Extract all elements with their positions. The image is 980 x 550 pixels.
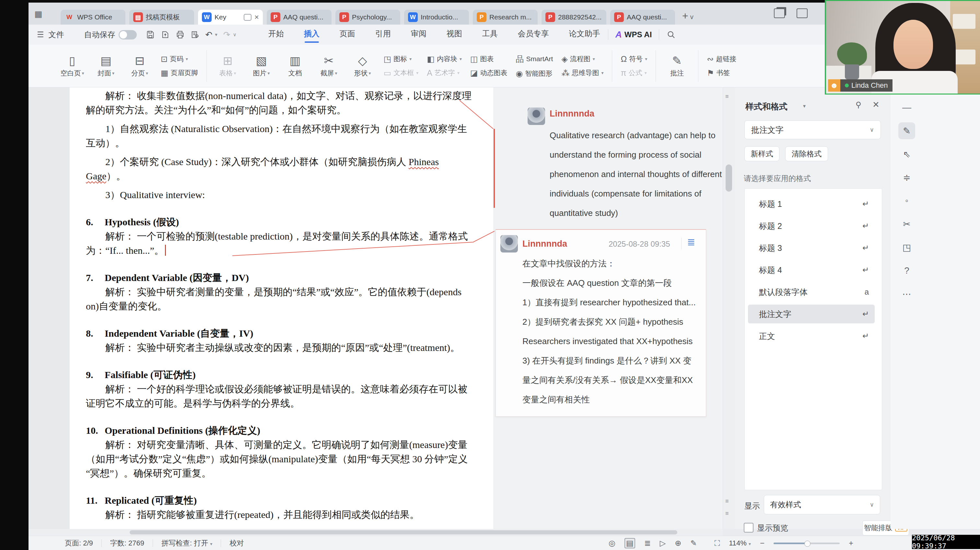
edit-mode-icon[interactable]: ✎ bbox=[690, 539, 697, 548]
ribbon-page-break-button[interactable]: ⊟分页▾ bbox=[127, 54, 152, 78]
menu-tab-视图[interactable]: 视图 bbox=[446, 27, 463, 42]
menu-tab-页面[interactable]: 页面 bbox=[339, 27, 356, 42]
menu-tab-引用[interactable]: 引用 bbox=[375, 27, 391, 42]
ribbon-comment-button[interactable]: ✎批注 bbox=[664, 54, 690, 78]
show-styles-dropdown[interactable]: 有效样式∨ bbox=[764, 495, 880, 514]
menu-tab-论文助手[interactable]: 论文助手 bbox=[568, 27, 601, 42]
chat-bubble-icon[interactable] bbox=[244, 14, 251, 21]
ribbon-new-document-button[interactable]: ▥文档 bbox=[283, 54, 308, 78]
fit-page-icon[interactable]: ⛶ bbox=[714, 539, 720, 548]
edit-pen-icon[interactable]: ✎ bbox=[898, 122, 915, 139]
hamburger-menu-icon[interactable]: ☰ bbox=[37, 30, 44, 39]
ribbon-blank-page-button[interactable]: ▯空白页▾ bbox=[60, 54, 85, 78]
style-item-默认段落字体[interactable]: 默认段落字体a bbox=[748, 283, 875, 301]
style-item-标题 1[interactable]: 标题 1↵ bbox=[748, 195, 875, 213]
ribbon-chart-button[interactable]: ◫图表 bbox=[470, 54, 508, 64]
share-nodes-icon[interactable]: ◦ bbox=[898, 192, 915, 209]
comments-scrollbar[interactable]: ≡ ≡ ≡ bbox=[723, 87, 736, 529]
browser-tab-8[interactable]: P2888292542... bbox=[541, 10, 606, 25]
ribbon-shapes-button[interactable]: ◇形状▾ bbox=[350, 54, 375, 78]
search-icon[interactable] bbox=[666, 30, 676, 40]
style-item-批注文字[interactable]: 批注文字↵ bbox=[748, 304, 875, 323]
webcam-video-overlay[interactable]: ☻ Linda Chen bbox=[825, 0, 980, 95]
comment-card[interactable]: Linnnnnda2025-08-28 09:35≣在文章中找假设的方法：一般假… bbox=[495, 229, 706, 417]
ribbon-page-number-button[interactable]: ⊡页码▾ bbox=[161, 54, 198, 64]
ribbon-symbol-omega-button[interactable]: Ω符号▾ bbox=[620, 54, 647, 64]
style-item-正文[interactable]: 正文↵ bbox=[748, 327, 875, 346]
ribbon-flowchart-button[interactable]: ◈流程图▾ bbox=[561, 54, 603, 64]
read-mode-icon[interactable]: ▷ bbox=[660, 539, 666, 548]
browser-tab-9[interactable]: PAAQ questi... bbox=[610, 10, 675, 25]
autosave-toggle[interactable] bbox=[119, 30, 137, 40]
show-preview-checkbox[interactable] bbox=[744, 523, 754, 533]
app-launcher-icon[interactable]: ▦ bbox=[34, 9, 43, 19]
web-view-icon[interactable]: ⊕ bbox=[675, 539, 681, 548]
document-page[interactable]: 解析： 收集非数值数据(non-numerical data)，如文字、对话、观… bbox=[70, 87, 494, 529]
zoom-in-icon[interactable]: + bbox=[849, 539, 853, 548]
browser-tab-2[interactable]: ▤找稿页模板 bbox=[129, 10, 194, 25]
pin-icon[interactable]: ⚲ bbox=[856, 100, 861, 109]
ribbon-mind-map-button[interactable]: ⁂思维导图▾ bbox=[561, 68, 603, 78]
strip-bottom-icon-2[interactable]: ≡ bbox=[725, 510, 729, 517]
collapse-pane-icon[interactable]: ≡ bbox=[725, 93, 729, 100]
switch-window-icon[interactable] bbox=[774, 8, 785, 18]
horizontal-scrollbar[interactable] bbox=[29, 529, 723, 536]
ribbon-icon-library-button[interactable]: ◳图标▾ bbox=[384, 54, 419, 64]
print-icon[interactable] bbox=[176, 30, 185, 39]
browser-tab-6[interactable]: WIntroductio... bbox=[404, 10, 469, 25]
strip-bottom-icon-1[interactable]: ≡ bbox=[725, 498, 729, 505]
menu-tab-开始[interactable]: 开始 bbox=[268, 27, 285, 42]
ribbon-cover-page-button[interactable]: ▤封面▾ bbox=[93, 54, 119, 78]
ribbon-header-footer-button[interactable]: ▦页眉页脚 bbox=[161, 68, 198, 78]
menu-tab-会员专享[interactable]: 会员专享 bbox=[517, 27, 550, 42]
browser-tab-3[interactable]: WKey× bbox=[198, 10, 263, 25]
new-style-button[interactable]: 新样式 bbox=[745, 146, 780, 161]
comment-text[interactable]: 在文章中找假设的方法：一般假设在 AAQ question 文章的第一段1）直接… bbox=[522, 254, 697, 409]
print-preview-icon[interactable] bbox=[191, 30, 200, 39]
hscroll-thumb[interactable] bbox=[130, 530, 677, 534]
tag-tool-icon[interactable]: ◳ bbox=[898, 239, 915, 256]
help-icon[interactable]: ? bbox=[898, 262, 915, 279]
ribbon-bookmark-button[interactable]: ⚑书签 bbox=[707, 68, 736, 78]
comment-text[interactable]: Qualitative research (advantage) can hel… bbox=[550, 125, 723, 223]
ribbon-smartart-button[interactable]: 品SmartArt bbox=[516, 54, 553, 64]
ribbon-picture-button[interactable]: ▧图片▾ bbox=[249, 54, 274, 78]
file-menu[interactable]: 文件 bbox=[49, 30, 64, 40]
undo-icon[interactable]: ↶ bbox=[205, 30, 213, 40]
panel-title-arrow-icon[interactable]: ▾ bbox=[803, 103, 806, 109]
menu-tab-插入[interactable]: 插入 bbox=[303, 27, 320, 42]
spellcheck-status[interactable]: 拼写检查: 打开 ▾ bbox=[161, 538, 212, 548]
close-tab-icon[interactable]: × bbox=[255, 13, 259, 22]
browser-tab-7[interactable]: PResearch m... bbox=[473, 10, 538, 25]
presentation-view-icon[interactable]: ◎ bbox=[609, 539, 616, 548]
scrollbar-thumb[interactable] bbox=[725, 165, 732, 192]
outline-view-icon[interactable]: ≣ bbox=[644, 539, 651, 548]
menu-tab-审阅[interactable]: 审阅 bbox=[410, 27, 427, 42]
maximize-icon[interactable] bbox=[797, 8, 808, 18]
ribbon-content-block-button[interactable]: ◧内容块▾ bbox=[427, 54, 462, 64]
browser-tab-1[interactable]: WWPS Office bbox=[60, 10, 126, 25]
current-style-dropdown[interactable]: 批注文字∨ bbox=[745, 120, 881, 139]
export-icon[interactable] bbox=[161, 30, 170, 39]
ribbon-screenshot-button[interactable]: ✂截屏▾ bbox=[316, 54, 342, 78]
tab-list-arrow-icon[interactable]: v bbox=[690, 13, 694, 21]
adjust-sliders-icon[interactable]: ≑ bbox=[898, 169, 915, 186]
comment-options-icon[interactable]: ≣ bbox=[687, 236, 695, 248]
more-options-icon[interactable]: ⋯ bbox=[898, 285, 915, 302]
wps-ai-button[interactable]: AWPS AI bbox=[616, 30, 652, 40]
menu-tab-工具[interactable]: 工具 bbox=[482, 27, 498, 42]
zoom-level[interactable]: 114% ▾ bbox=[729, 539, 751, 547]
close-panel-icon[interactable]: ✕ bbox=[872, 100, 880, 110]
redo-icon[interactable]: ↷ bbox=[223, 30, 231, 40]
ribbon-hyperlink-button[interactable]: ∾超链接 bbox=[707, 54, 736, 64]
browser-tab-5[interactable]: PPsychology... bbox=[336, 10, 400, 25]
new-tab-button[interactable]: + bbox=[682, 10, 688, 22]
style-item-标题 3[interactable]: 标题 3↵ bbox=[748, 239, 875, 257]
zoom-slider-handle[interactable] bbox=[804, 540, 810, 547]
minimize-icon[interactable]: — bbox=[898, 99, 915, 116]
clip-tool-icon[interactable]: ✂ bbox=[898, 216, 915, 233]
ribbon-dynamic-chart-button[interactable]: ◪动态图表 bbox=[470, 68, 508, 78]
page-view-icon[interactable]: ▤ bbox=[625, 538, 635, 548]
zoom-slider[interactable] bbox=[773, 542, 840, 544]
proofread-button[interactable]: 校对 bbox=[229, 538, 244, 548]
